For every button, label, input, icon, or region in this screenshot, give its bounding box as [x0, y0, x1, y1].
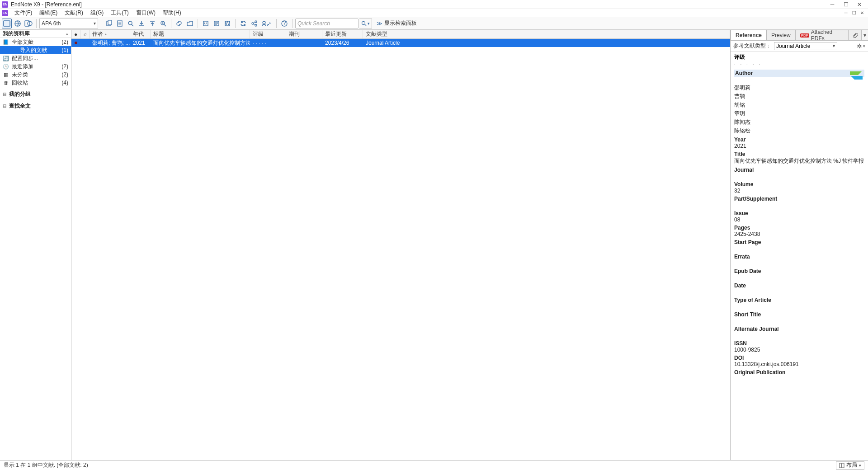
- field-value[interactable]: 胡铭: [734, 101, 864, 109]
- field-value[interactable]: 32: [734, 188, 864, 194]
- online-search-mode-button[interactable]: [13, 19, 23, 28]
- help-button[interactable]: ?: [279, 19, 289, 28]
- col-author[interactable]: 作者▴: [90, 30, 130, 38]
- field-value[interactable]: [734, 318, 864, 324]
- sidebar-item-1[interactable]: 导入的文献(1): [0, 46, 71, 54]
- close-button[interactable]: ✕: [853, 0, 866, 9]
- tab-preview[interactable]: Preview: [766, 30, 796, 40]
- field-value[interactable]: [734, 289, 864, 295]
- field-value[interactable]: [734, 77, 864, 83]
- field-value[interactable]: [734, 332, 864, 338]
- field-value[interactable]: 08: [734, 216, 864, 223]
- col-rating[interactable]: 评级: [250, 30, 286, 38]
- sidebar-item-0[interactable]: 📘全部文献(2): [0, 38, 71, 46]
- field-value[interactable]: 10.13328/j.cnki.jos.006191: [734, 361, 864, 367]
- sidebar-group-findfulltext[interactable]: 查找全文: [0, 101, 71, 110]
- share-library-button[interactable]: [260, 19, 274, 28]
- sidebar-item-2[interactable]: 🔄配置同步...: [0, 54, 71, 62]
- field-label-epub-date: Epub Date: [734, 268, 864, 274]
- col-journal[interactable]: 期刊: [286, 30, 322, 38]
- export-button[interactable]: [147, 19, 157, 28]
- menu-edit[interactable]: 编辑(E): [36, 9, 61, 17]
- menu-tools[interactable]: 工具(T): [107, 9, 132, 17]
- open-file-button[interactable]: [185, 19, 195, 28]
- field-value[interactable]: [734, 260, 864, 266]
- col-type[interactable]: 文献类型: [363, 30, 730, 38]
- tab-attachment-icon[interactable]: [848, 30, 862, 40]
- tab-attached-pdfs[interactable]: PDFAttached PDFs: [795, 30, 849, 40]
- menu-help[interactable]: 帮助(H): [159, 9, 185, 17]
- field-value[interactable]: 陈闻杰: [734, 118, 864, 126]
- field-value[interactable]: [734, 173, 864, 179]
- reference-rows: 邵明莉; 曹鹗; ...2021面向优先车辆感知的交通灯优化控制方法 …· · …: [71, 39, 730, 47]
- field-value[interactable]: [734, 303, 864, 310]
- field-value[interactable]: 邵明莉: [734, 84, 864, 92]
- find-fulltext-button[interactable]: [158, 19, 168, 28]
- field-value[interactable]: 2425-2438: [734, 231, 864, 237]
- output-style-select[interactable]: APA 6th: [39, 19, 98, 28]
- row-type: Journal Article: [363, 39, 730, 47]
- row-title: 面向优先车辆感知的交通灯优化控制方法 …: [151, 39, 250, 47]
- sidebar-item-5[interactable]: 🗑回收站(4): [0, 79, 71, 87]
- mdi-minimize-button[interactable]: ─: [842, 10, 850, 16]
- menu-references[interactable]: 文献(R): [61, 9, 87, 17]
- col-read-status[interactable]: ●: [71, 30, 80, 38]
- show-search-panel-toggle[interactable]: ≫ 显示检索面板: [377, 19, 417, 27]
- go-to-word-button[interactable]: W: [222, 19, 232, 28]
- layout-button[interactable]: 布局: [836, 461, 864, 470]
- sidebar-item-label: 全部文献: [12, 38, 59, 46]
- field-value[interactable]: 2021: [734, 143, 864, 149]
- menu-window[interactable]: 窗口(W): [132, 9, 159, 17]
- field-value[interactable]: 曹鹗: [734, 93, 864, 100]
- field-value[interactable]: 陈铭松: [734, 127, 864, 135]
- field-value[interactable]: 面向优先车辆感知的交通灯优化控制方法 %J 软件学报: [734, 157, 864, 165]
- mdi-close-button[interactable]: ✕: [858, 10, 866, 16]
- tab-reference[interactable]: Reference: [731, 30, 767, 40]
- trash-icon: 🗑: [3, 80, 9, 86]
- show-search-panel-label: 显示检索面板: [384, 19, 417, 27]
- integrated-mode-button[interactable]: [24, 19, 33, 28]
- recent-icon: 🕓: [3, 63, 9, 70]
- maximize-button[interactable]: ☐: [839, 0, 853, 9]
- reference-type-select[interactable]: Journal Article: [774, 42, 837, 50]
- col-attachment[interactable]: [80, 30, 90, 38]
- app-logo-icon: [848, 69, 864, 82]
- col-year[interactable]: 年代: [130, 30, 151, 38]
- col-title[interactable]: 标题: [151, 30, 250, 38]
- copy-button[interactable]: [104, 19, 114, 28]
- reference-detail-panel: Reference Preview PDFAttached PDFs ▾ 参考文…: [731, 30, 868, 460]
- sidebar: 我的资料库 📘全部文献(2)导入的文献(1)🔄配置同步...🕓最近添加(2)▦未…: [0, 30, 71, 460]
- import-button[interactable]: [137, 19, 146, 28]
- reference-options-button[interactable]: ✲: [857, 42, 865, 50]
- insert-citation-button[interactable]: [201, 19, 211, 28]
- local-library-mode-button[interactable]: [2, 19, 12, 28]
- rating-value[interactable]: · · · · ·: [734, 62, 864, 67]
- open-link-button[interactable]: [174, 19, 184, 28]
- app-icon: EN: [2, 1, 8, 8]
- detail-panel-menu-button[interactable]: ▾: [861, 30, 868, 40]
- online-search-button[interactable]: [126, 19, 136, 28]
- share-button[interactable]: [249, 19, 259, 28]
- field-value[interactable]: [734, 274, 864, 281]
- minimize-button[interactable]: ─: [826, 0, 839, 9]
- mdi-restore-button[interactable]: ❐: [850, 10, 858, 16]
- sidebar-header[interactable]: 我的资料库: [0, 30, 71, 38]
- field-value[interactable]: 1000-9825: [734, 347, 864, 353]
- sidebar-item-count: (1): [61, 47, 68, 53]
- sidebar-item-4[interactable]: ▦未分类(2): [0, 70, 71, 79]
- reference-row[interactable]: 邵明莉; 曹鹗; ...2021面向优先车辆感知的交通灯优化控制方法 …· · …: [71, 39, 730, 47]
- new-reference-button[interactable]: [115, 19, 125, 28]
- sync-button[interactable]: [238, 19, 248, 28]
- quick-search-input[interactable]: Quick Search: [295, 19, 359, 28]
- field-value[interactable]: [734, 245, 864, 252]
- menu-file[interactable]: 文件(F): [11, 9, 36, 17]
- field-value[interactable]: [734, 202, 864, 208]
- sidebar-item-3[interactable]: 🕓最近添加(2): [0, 62, 71, 70]
- field-value[interactable]: 章玥: [734, 110, 864, 118]
- quick-search-dropdown[interactable]: ▾: [359, 19, 372, 28]
- field-value[interactable]: [734, 376, 864, 382]
- menu-groups[interactable]: 组(G): [87, 9, 107, 17]
- format-bibliography-button[interactable]: [212, 19, 222, 28]
- sidebar-group-mygroups[interactable]: 我的分组: [0, 89, 71, 99]
- col-updated[interactable]: 最近更新: [322, 30, 363, 38]
